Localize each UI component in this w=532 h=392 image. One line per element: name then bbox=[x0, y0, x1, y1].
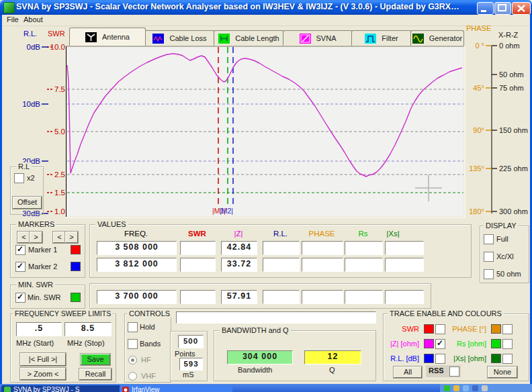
header-freq: FREQ. bbox=[97, 230, 175, 238]
marker1-rs-field[interactable] bbox=[345, 241, 383, 255]
task-label: SVNA by SP3SWJ - S bbox=[13, 386, 79, 392]
display-full-checkbox[interactable] bbox=[484, 234, 494, 244]
min-phase-field[interactable] bbox=[302, 290, 343, 304]
tab-antenna[interactable]: Antenna bbox=[69, 28, 146, 46]
display-tray-icon[interactable] bbox=[472, 385, 478, 391]
q-field: 12 bbox=[304, 350, 361, 364]
vhf-label: VHF bbox=[141, 372, 156, 380]
min-rl-field[interactable] bbox=[263, 290, 300, 304]
min-rs-field[interactable] bbox=[345, 290, 383, 304]
none-traces-button[interactable]: None bbox=[488, 366, 517, 378]
tab-label: Filter bbox=[382, 34, 398, 42]
hold-checkbox[interactable] bbox=[128, 322, 138, 332]
marker1-phase-field[interactable] bbox=[302, 241, 343, 255]
min-swr-values-box: 3 700 000 57.91 bbox=[89, 283, 431, 309]
tab-cable-length[interactable]: Cable Length bbox=[214, 30, 284, 46]
marker2-swr-field[interactable] bbox=[180, 258, 216, 272]
header-z: |Z| bbox=[221, 230, 256, 238]
offset-button[interactable]: Offset bbox=[13, 197, 42, 209]
comment-field[interactable] bbox=[176, 311, 376, 324]
marker1-swr-field[interactable] bbox=[180, 241, 216, 255]
vhf-radio[interactable] bbox=[128, 372, 137, 381]
bands-checkbox[interactable] bbox=[128, 339, 138, 349]
trace-phase-swatch bbox=[491, 324, 501, 334]
taskbar-svna-button[interactable]: SVNA by SP3SWJ - S bbox=[1, 385, 121, 392]
sweep-chart[interactable]: |M1||M2|10.07.55.02.51.51.00dB10dB20dB30… bbox=[0, 34, 532, 228]
q-label: Q bbox=[329, 366, 335, 374]
min-freq-field[interactable]: 3 700 000 bbox=[97, 290, 177, 304]
maximize-button[interactable] bbox=[494, 2, 511, 15]
min-xs-field[interactable] bbox=[385, 290, 424, 304]
trace-rs-checkbox[interactable] bbox=[502, 339, 513, 349]
volume-tray-icon[interactable] bbox=[463, 385, 469, 391]
ms-field[interactable]: 593 bbox=[179, 358, 203, 371]
menu-about[interactable]: About bbox=[22, 15, 44, 25]
marker1-freq-field[interactable]: 3 508 000 bbox=[97, 241, 177, 255]
header-rl: R.L. bbox=[263, 230, 298, 238]
trace-xs-swatch bbox=[491, 354, 501, 363]
marker2-checkbox[interactable] bbox=[15, 262, 26, 272]
marker2-freq-field[interactable]: 3 812 000 bbox=[97, 258, 177, 272]
marker1-z-field[interactable]: 42.84 bbox=[221, 241, 257, 255]
values-box: VALUES FREQ. SWR |Z| R.L. PHASE Rs |Xs| … bbox=[89, 224, 472, 278]
marker2-phase-field[interactable] bbox=[302, 258, 343, 272]
min-swr-checkbox[interactable] bbox=[15, 293, 26, 303]
marker2-rs-field[interactable] bbox=[345, 258, 383, 272]
svg-text:|M2|: |M2| bbox=[220, 207, 233, 215]
zoom-span-button[interactable]: > Zoom < bbox=[20, 368, 66, 380]
svg-text:0dB: 0dB bbox=[27, 43, 41, 51]
tab-cable-loss[interactable]: Cable Loss bbox=[144, 30, 215, 46]
minimize-button[interactable] bbox=[477, 2, 494, 15]
full-span-button[interactable]: |< Full >| bbox=[20, 353, 66, 366]
points-field[interactable]: 500 bbox=[178, 335, 204, 348]
usb-tray-icon[interactable] bbox=[482, 385, 488, 391]
network-tray-icon[interactable] bbox=[444, 385, 450, 391]
menu-file[interactable]: File bbox=[5, 15, 20, 25]
task-label: IrfanView bbox=[132, 386, 160, 392]
taskbar: SVNA by SP3SWJ - S IrfanView bbox=[0, 384, 532, 392]
tab-filter[interactable]: Filter bbox=[351, 30, 412, 46]
start-freq-field[interactable]: .5 bbox=[16, 322, 62, 336]
antenna-icon bbox=[85, 32, 97, 42]
marker2-xs-field[interactable] bbox=[385, 258, 424, 272]
marker2-prev-button[interactable]: < bbox=[53, 232, 66, 243]
controls-box: CONTROLS Hold Bands HF VHF bbox=[124, 313, 171, 383]
display-xcxl-checkbox[interactable] bbox=[484, 252, 494, 262]
markers-box-title: MARKERS bbox=[16, 220, 56, 228]
tab-generator[interactable]: Generator bbox=[410, 30, 464, 46]
tab-svna[interactable]: SVNA bbox=[283, 30, 353, 46]
x2-label: x2 bbox=[27, 174, 35, 182]
marker1-next-button[interactable]: > bbox=[30, 232, 42, 243]
marker2-next-button[interactable]: > bbox=[65, 232, 78, 243]
recall-button[interactable]: Recall bbox=[79, 369, 112, 380]
stop-freq-field[interactable]: 8.5 bbox=[64, 322, 112, 336]
close-button[interactable] bbox=[512, 2, 531, 15]
update-tray-icon[interactable] bbox=[453, 385, 459, 391]
display-box: DISPLAY Full Xc/Xl 50 ohm bbox=[480, 226, 529, 283]
min-swr-field[interactable] bbox=[180, 290, 216, 304]
min-swr-box-title: MIN. SWR bbox=[16, 281, 55, 289]
marker1-checkbox[interactable] bbox=[15, 245, 26, 255]
bandwidth-box-title: BANDWIDTH and Q bbox=[220, 326, 291, 334]
rss-checkbox[interactable] bbox=[449, 366, 459, 377]
hf-radio[interactable] bbox=[128, 356, 137, 364]
trace-xs-checkbox[interactable] bbox=[502, 354, 513, 364]
display-50ohm-checkbox[interactable] bbox=[484, 269, 494, 279]
min-z-field[interactable]: 57.91 bbox=[221, 290, 257, 304]
points-box: 500 Points 593 mS bbox=[170, 331, 208, 381]
trace-phase-checkbox[interactable] bbox=[502, 324, 513, 334]
marker1-prev-button[interactable]: < bbox=[17, 232, 30, 243]
x2-checkbox[interactable] bbox=[14, 173, 24, 183]
marker1-xs-field[interactable] bbox=[385, 241, 424, 255]
marker2-rl-field[interactable] bbox=[263, 258, 300, 272]
svg-text:135°: 135° bbox=[469, 164, 484, 173]
values-box-title: VALUES bbox=[95, 220, 128, 228]
marker2-z-field[interactable]: 33.72 bbox=[221, 258, 257, 272]
taskbar-irfanview-button[interactable]: IrfanView bbox=[120, 385, 232, 392]
marker1-rl-field[interactable] bbox=[263, 241, 300, 255]
close-icon bbox=[513, 3, 530, 14]
svg-text:150 ohm: 150 ohm bbox=[499, 126, 528, 134]
all-traces-button[interactable]: All bbox=[394, 366, 422, 378]
svg-text:300 ohm: 300 ohm bbox=[499, 207, 528, 215]
save-button[interactable]: Save bbox=[81, 354, 110, 365]
